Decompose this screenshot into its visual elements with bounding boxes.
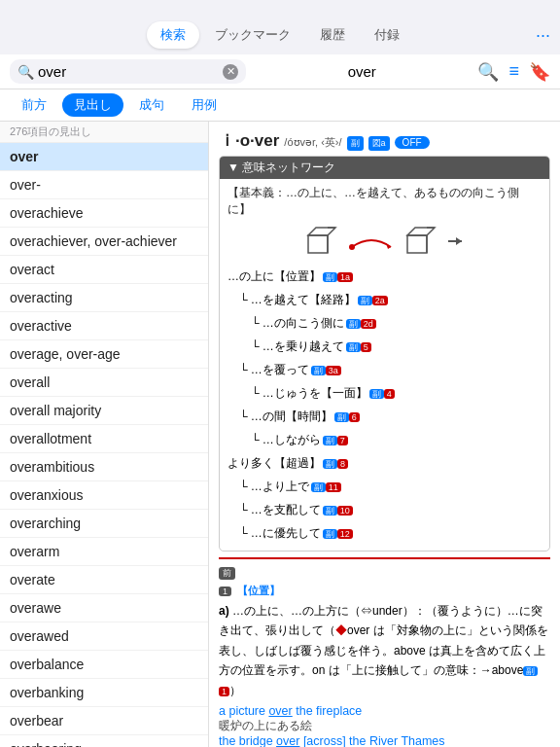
- tree-item: └ …を乗り越えて副5: [228, 335, 542, 358]
- search-input-wrap[interactable]: 🔍 ✕: [10, 59, 246, 84]
- def-1a: a) …の上に、…の上方に（⇔under）：（覆うように）…に突き出て、張り出し…: [219, 601, 550, 700]
- semantic-diagram: [228, 224, 542, 259]
- example: the bridge over [across] the River Thame…: [219, 734, 550, 747]
- list-count: 276項目の見出し: [0, 122, 208, 143]
- main-area: 276項目の見出し over over- overachieve overach…: [0, 122, 560, 747]
- list-item[interactable]: overanxious: [0, 481, 208, 510]
- tree-item: └ …を覆って副3a: [228, 358, 542, 381]
- examples-1a: a picture over the fireplace 暖炉の上にある絵 th…: [219, 704, 550, 747]
- list-item[interactable]: overacting: [0, 284, 208, 312]
- tree-item: └ …の向こう側に副2d: [228, 311, 542, 335]
- tree-item: …の上に【位置】副1a: [228, 265, 542, 288]
- example-en: a picture over the fireplace: [219, 704, 550, 718]
- example-en: the bridge over [across] the River Thame…: [219, 734, 550, 747]
- svg-marker-10: [456, 237, 462, 245]
- tree-item: └ …より上で副11: [228, 475, 542, 498]
- tree-item: └ …しながら副7: [228, 428, 542, 451]
- list-item[interactable]: over-: [0, 171, 208, 199]
- def-divider: [219, 557, 550, 559]
- search-icon: 🔍: [18, 64, 34, 80]
- list-item[interactable]: overallotment: [0, 425, 208, 453]
- list-item[interactable]: overall majority: [0, 397, 208, 425]
- tree-item: └ …に優先して副12: [228, 521, 542, 545]
- list-item[interactable]: overbanking: [0, 679, 208, 707]
- list-item[interactable]: overambitious: [0, 453, 208, 481]
- arc-arrow-icon: [347, 231, 396, 251]
- list-item[interactable]: overall: [0, 369, 208, 397]
- tab-bookmark[interactable]: ブックマーク: [201, 21, 304, 49]
- list-item[interactable]: over: [0, 143, 208, 171]
- example: a picture over the fireplace 暖炉の上にある絵: [219, 704, 550, 734]
- tab-search[interactable]: 検索: [147, 21, 199, 49]
- toggle-btn[interactable]: OFF: [395, 136, 430, 149]
- more-icon[interactable]: ···: [536, 25, 550, 46]
- list-item[interactable]: overbalance: [0, 651, 208, 679]
- tab-appendix[interactable]: 付録: [361, 21, 413, 49]
- tree-item: └ …を越えて【経路】副2a: [228, 288, 542, 311]
- list-item[interactable]: overawe: [0, 594, 208, 622]
- header-icons: 🔍 ≡ 🔖: [477, 61, 550, 83]
- def-num-1: 1: [219, 587, 231, 596]
- detail-panel: ｉ·o·ver /óʊvər, ‹英›/ 副 図a OFF ▼ 意味ネットワーク…: [209, 122, 560, 747]
- list-item[interactable]: overarching: [0, 510, 208, 538]
- badge-pos: 副: [347, 136, 364, 151]
- list-item[interactable]: overachieve: [0, 199, 208, 228]
- search-row: 🔍 ✕ over 🔍 ≡ 🔖: [0, 54, 560, 89]
- cube-left-icon: [304, 224, 339, 259]
- tab-history[interactable]: 履歴: [306, 21, 359, 49]
- tree-item: └ …じゅうを【一面】副4: [228, 381, 542, 405]
- svg-marker-7: [407, 228, 435, 235]
- svg-point-4: [349, 244, 355, 250]
- clear-icon[interactable]: ✕: [223, 64, 238, 80]
- word-list: 276項目の見出し over over- overachieve overach…: [0, 122, 209, 747]
- word-title: ｉ·o·ver: [219, 129, 279, 152]
- magnify-icon[interactable]: 🔍: [477, 61, 499, 83]
- svg-marker-1: [308, 228, 335, 235]
- list-item[interactable]: overact: [0, 256, 208, 284]
- arrow-area: [347, 231, 396, 251]
- word-pronunciation: /óʊvər, ‹英›/: [284, 135, 341, 150]
- def-num-badge: 前: [219, 567, 235, 580]
- tree-item: └ …の間【時間】副6: [228, 405, 542, 428]
- semantic-title: ▼ 意味ネットワーク: [220, 157, 549, 179]
- subnav-idiom[interactable]: 成句: [127, 93, 176, 117]
- list-item[interactable]: overage, over-age: [0, 340, 208, 369]
- definition-1: 1 【位置】 a) …の上に、…の上方に（⇔under）：（覆うように）…に突き…: [219, 584, 550, 747]
- svg-rect-0: [308, 235, 328, 253]
- semantic-network-box: ▼ 意味ネットワーク 【基本義：…の上に、…を越えて、あるものの向こう側に】: [219, 156, 550, 551]
- list-item[interactable]: overachiever, over-achiever: [0, 228, 208, 256]
- list-item[interactable]: overawed: [0, 622, 208, 651]
- svg-rect-6: [407, 235, 427, 253]
- tree-item: より多く【超過】副8: [228, 451, 542, 475]
- right-arrow-icon: [446, 231, 466, 251]
- subnav-headword[interactable]: 見出し: [62, 93, 123, 117]
- list-item[interactable]: overactive: [0, 312, 208, 340]
- tree-item: └ …を支配して副10: [228, 498, 542, 521]
- word-display: over: [254, 63, 470, 80]
- subnav-example[interactable]: 用例: [180, 93, 228, 117]
- sub-nav: 前方 見出し 成句 用例: [0, 89, 560, 122]
- subnav-forward[interactable]: 前方: [10, 93, 58, 117]
- list-item[interactable]: overbearing: [0, 735, 208, 747]
- semantic-main-text: 【基本義：…の上に、…を越えて、あるものの向こう側に】: [228, 185, 542, 218]
- list-item[interactable]: overbear: [0, 707, 208, 735]
- list-item[interactable]: overarm: [0, 538, 208, 566]
- word-header: ｉ·o·ver /óʊvər, ‹英›/ 副 図a OFF: [219, 129, 550, 152]
- list-item[interactable]: overate: [0, 566, 208, 594]
- search-input[interactable]: [38, 63, 223, 80]
- menu-icon[interactable]: ≡: [508, 61, 519, 82]
- cube-right-icon: [403, 224, 438, 259]
- example-jp: 暖炉の上にある絵: [219, 718, 550, 734]
- def-pos-1: 【位置】: [237, 585, 280, 596]
- semantic-tree: …の上に【位置】副1a └ …を越えて【経路】副2a └ …の向こう側に副2d …: [228, 265, 542, 545]
- top-nav: 検索 ブックマーク 履歴 付録 ···: [0, 16, 560, 54]
- bookmark-icon[interactable]: 🔖: [529, 61, 550, 83]
- badge-fig: 図a: [368, 136, 390, 151]
- top-nav: [0, 0, 560, 16]
- semantic-body: 【基本義：…の上に、…を越えて、あるものの向こう側に】: [220, 179, 549, 551]
